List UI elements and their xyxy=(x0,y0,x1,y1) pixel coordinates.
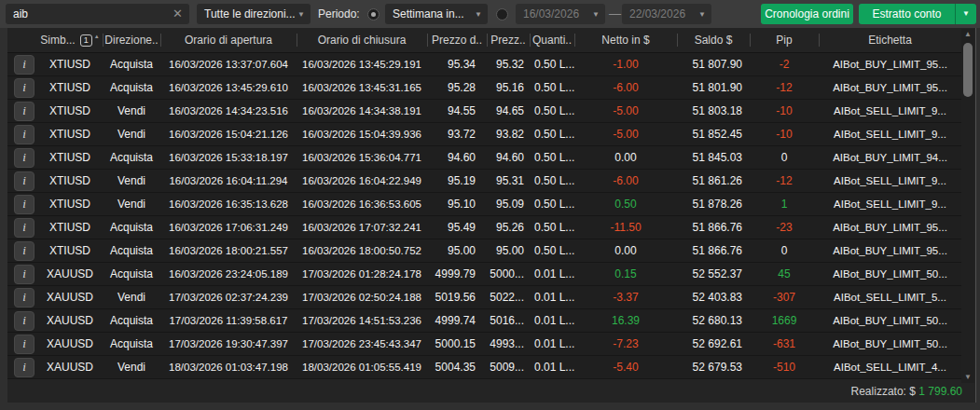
cell-quantity: 0.50 L... xyxy=(530,216,574,239)
row-info-button[interactable]: i xyxy=(14,288,35,308)
cell-direction: Acquista xyxy=(103,263,160,285)
scroll-down-icon[interactable]: ▼ xyxy=(961,372,974,383)
cell-net: 16.39 xyxy=(574,309,677,332)
order-history-button[interactable]: Cronologia ordini xyxy=(761,4,853,24)
cell-balance: 51 866.76 xyxy=(677,216,750,239)
table-row[interactable]: i XTIUSD Vendi 16/03/2026 16:35:13.628 1… xyxy=(7,193,961,216)
cell-symbol: XTIUSD xyxy=(37,170,103,192)
cell-direction: Vendi xyxy=(103,100,160,122)
cell-symbol: XTIUSD xyxy=(37,216,103,239)
col-header-symbol[interactable]: Simb... 1 ▲ xyxy=(37,28,103,52)
table-row[interactable]: i XTIUSD Vendi 16/03/2026 16:04:11.294 1… xyxy=(7,170,961,193)
table-row[interactable]: i XTIUSD Vendi 16/03/2026 15:04:21.126 1… xyxy=(7,123,961,146)
row-info-button[interactable]: i xyxy=(14,148,35,168)
cell-balance: 52 692.61 xyxy=(677,333,750,355)
row-info-button[interactable]: i xyxy=(14,55,35,75)
cell-quantity: 0.01 L... xyxy=(530,333,574,355)
col-header-close-time[interactable]: Orario di chiusura xyxy=(297,28,427,52)
cell-direction: Vendi xyxy=(103,170,160,192)
period-preset-dropdown[interactable]: Settimana in... ▼ xyxy=(385,4,488,24)
cell-direction: Vendi xyxy=(103,286,160,308)
col-header-info xyxy=(7,28,37,52)
cell-balance: 51 861.26 xyxy=(677,170,750,192)
direction-filter-dropdown[interactable]: Tutte le direzioni... ▼ xyxy=(197,4,311,24)
col-header-pip[interactable]: Pip xyxy=(750,28,819,52)
date-from-value: 16/03/2026 xyxy=(523,7,579,20)
table-row[interactable]: i XAUUSD Acquista 17/03/2026 11:39:58.61… xyxy=(7,309,961,333)
table-row[interactable]: i XAUUSD Acquista 16/03/2026 23:24:05.18… xyxy=(7,263,961,286)
date-to-value: 22/03/2026 xyxy=(629,7,685,20)
table-row[interactable]: i XTIUSD Acquista 16/03/2026 15:33:18.19… xyxy=(7,146,961,170)
cell-pip: -510 xyxy=(750,356,819,378)
account-statement-button[interactable]: Estratto conto ▼ xyxy=(859,4,976,24)
col-header-net[interactable]: Netto in $ xyxy=(574,28,677,52)
cell-quantity: 0.50 L... xyxy=(530,170,574,192)
cell-open-time: 16/03/2026 13:45:29.610 xyxy=(160,76,297,99)
cell-net: 0.00 xyxy=(574,239,677,262)
date-range-separator: — xyxy=(609,0,621,28)
realized-label: Realizzato: xyxy=(851,385,906,398)
row-info-button[interactable]: i xyxy=(14,265,35,284)
row-info-button[interactable]: i xyxy=(14,358,35,377)
cell-quantity: 0.01 L... xyxy=(530,263,574,285)
cell-label: AIBot_BUY_LIMIT_50... xyxy=(819,263,961,285)
account-statement-label: Estratto conto xyxy=(859,4,955,24)
table-row[interactable]: i XAUUSD Vendi 18/03/2026 01:03:47.198 1… xyxy=(7,356,961,379)
table-row[interactable]: i XTIUSD Vendi 16/03/2026 14:34:23.516 1… xyxy=(7,100,961,123)
clear-search-icon[interactable]: ✕ xyxy=(173,4,183,24)
scroll-up-icon[interactable]: ▲ xyxy=(961,29,974,40)
cell-open-price: 95.28 xyxy=(427,76,487,99)
cell-close-price: 95.09 xyxy=(487,193,530,215)
row-info-button[interactable]: i xyxy=(14,335,35,354)
cell-close-time: 16/03/2026 13:45:31.165 xyxy=(297,76,427,99)
cell-label: AIBot_BUY_LIMIT_95... xyxy=(819,239,961,262)
cell-direction: Vendi xyxy=(103,123,160,145)
cell-direction: Acquista xyxy=(103,146,160,169)
cell-symbol: XAUUSD xyxy=(37,356,103,378)
cell-symbol: XAUUSD xyxy=(37,286,103,308)
row-info-button[interactable]: i xyxy=(14,102,35,121)
cell-open-price: 94.60 xyxy=(427,146,487,169)
table-row[interactable]: i XTIUSD Acquista 16/03/2026 17:06:31.24… xyxy=(7,216,961,239)
col-header-label[interactable]: Etichetta xyxy=(819,28,961,52)
row-info-button[interactable]: i xyxy=(14,218,35,238)
search-input[interactable] xyxy=(13,5,162,23)
table-row[interactable]: i XTIUSD Acquista 16/03/2026 13:37:07.60… xyxy=(7,53,961,76)
row-info-button[interactable]: i xyxy=(14,78,35,98)
col-header-open-time[interactable]: Orario di apertura xyxy=(160,28,297,52)
period-preset-radio[interactable] xyxy=(367,8,380,20)
row-info-button[interactable]: i xyxy=(14,125,35,144)
col-header-open-price[interactable]: Prezzo d.. xyxy=(427,28,487,52)
row-info-button[interactable]: i xyxy=(14,311,35,331)
chevron-down-icon: ▼ xyxy=(297,5,305,25)
table-row[interactable]: i XTIUSD Acquista 16/03/2026 13:45:29.61… xyxy=(7,76,961,100)
table-row[interactable]: i XAUUSD Vendi 17/03/2026 02:37:24.239 1… xyxy=(7,286,961,309)
statement-menu-arrow-icon[interactable]: ▼ xyxy=(955,4,976,24)
realized-currency: $ xyxy=(909,385,916,398)
row-info-button[interactable]: i xyxy=(14,195,35,214)
table-row[interactable]: i XAUUSD Acquista 17/03/2026 19:30:47.39… xyxy=(7,333,961,356)
cell-pip: -10 xyxy=(750,123,819,145)
row-info-button[interactable]: i xyxy=(14,171,35,191)
col-header-quantity[interactable]: Quanti.. xyxy=(530,28,574,52)
sort-direction-icon: ▲ xyxy=(94,34,100,39)
cell-pip: -307 xyxy=(750,286,819,308)
period-custom-radio[interactable] xyxy=(496,8,508,20)
col-header-close-price[interactable]: Prezz.. xyxy=(487,28,530,52)
date-to-dropdown[interactable]: 22/03/2026 ▼ xyxy=(622,4,711,24)
cell-direction: Vendi xyxy=(103,193,160,215)
cell-net: -11.50 xyxy=(574,216,677,239)
vertical-scrollbar[interactable]: ▲ ▼ xyxy=(961,29,974,383)
cell-close-price: 5022... xyxy=(487,286,530,308)
scrollbar-thumb[interactable] xyxy=(963,43,973,97)
cell-balance: 52 403.83 xyxy=(677,286,750,308)
cell-open-time: 16/03/2026 13:37:07.604 xyxy=(160,53,297,75)
chevron-down-icon: ▼ xyxy=(475,5,482,25)
col-header-balance[interactable]: Saldo $ xyxy=(677,28,750,52)
col-header-direction[interactable]: Direzione.. xyxy=(103,28,160,52)
cell-pip: 1669 xyxy=(750,309,819,332)
cell-balance: 51 852.45 xyxy=(677,123,750,145)
table-row[interactable]: i XTIUSD Acquista 16/03/2026 18:00:21.55… xyxy=(7,239,961,263)
row-info-button[interactable]: i xyxy=(14,241,35,261)
date-from-dropdown[interactable]: 16/03/2026 ▼ xyxy=(516,4,605,24)
